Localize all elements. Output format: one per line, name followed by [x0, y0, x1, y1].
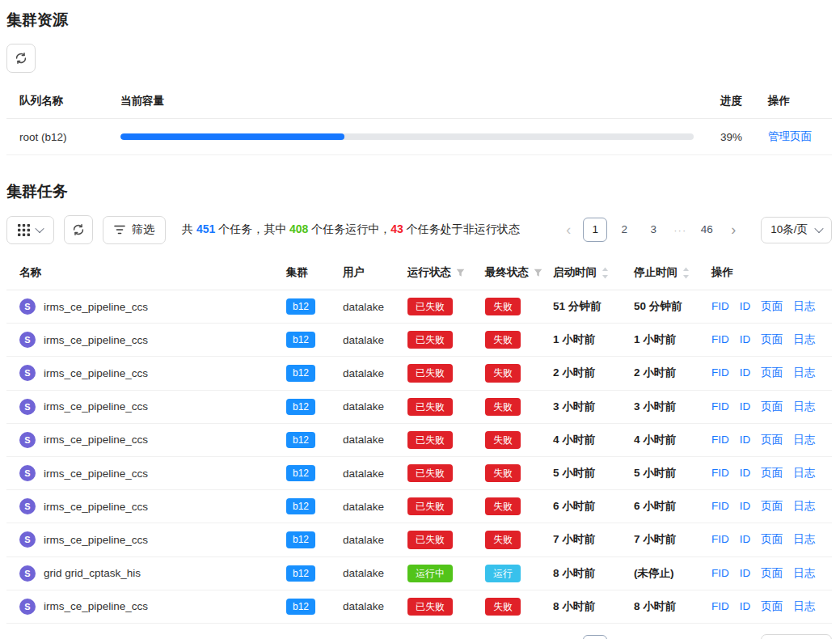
page-button-1[interactable]: 1 — [583, 218, 607, 242]
run-status-badge: 已失败 — [407, 431, 453, 449]
action-link-页面[interactable]: 页面 — [761, 333, 783, 345]
action-link-页面[interactable]: 页面 — [761, 567, 783, 579]
page-button-3[interactable]: 3 — [641, 218, 665, 242]
task-name: irms_ce_pipeline_ccs — [44, 301, 148, 313]
action-link-id[interactable]: ID — [740, 400, 751, 413]
action-link-fid[interactable]: FID — [711, 300, 729, 312]
action-link-页面[interactable]: 页面 — [761, 400, 783, 413]
cluster-badge: b12 — [286, 531, 315, 548]
task-actions: FIDID页面日志 — [699, 423, 832, 456]
progress-value: 39% — [707, 119, 755, 155]
page-button-3[interactable]: 3 — [641, 635, 665, 639]
col-start-time[interactable]: 启动时间 — [540, 256, 621, 290]
action-link-id[interactable]: ID — [740, 500, 751, 512]
task-user: datalake — [330, 357, 395, 390]
action-link-页面[interactable]: 页面 — [761, 366, 783, 379]
action-link-fid[interactable]: FID — [711, 333, 729, 345]
action-link-日志[interactable]: 日志 — [793, 300, 815, 312]
action-link-fid[interactable]: FID — [711, 400, 729, 413]
page: 集群资源 队列名称 当前容量 进度 操作 root (b12) — [0, 0, 840, 639]
filter-button[interactable]: 筛选 — [103, 216, 166, 244]
action-link-日志[interactable]: 日志 — [793, 434, 815, 446]
action-link-fid[interactable]: FID — [711, 567, 729, 579]
action-link-页面[interactable]: 页面 — [761, 434, 783, 446]
col-final-status[interactable]: 最终状态 — [472, 256, 540, 290]
chevron-down-icon — [814, 224, 823, 233]
page-last[interactable]: 46 — [694, 218, 719, 242]
start-time: 2 小时前 — [540, 357, 621, 390]
action-link-页面[interactable]: 页面 — [761, 533, 783, 545]
sorter-icon[interactable] — [682, 267, 690, 279]
cluster-badge: b12 — [286, 465, 315, 481]
task-actions: FIDID页面日志 — [699, 523, 832, 556]
action-link-id[interactable]: ID — [740, 600, 751, 612]
resources-refresh-button[interactable] — [6, 44, 36, 73]
page-last[interactable]: 46 — [694, 635, 719, 639]
grid-view-dropdown-button[interactable] — [6, 216, 54, 244]
tasks-refresh-button[interactable] — [64, 215, 93, 244]
action-link-日志[interactable]: 日志 — [793, 600, 815, 612]
action-link-fid[interactable]: FID — [711, 533, 729, 545]
action-link-页面[interactable]: 页面 — [761, 600, 783, 612]
action-link-日志[interactable]: 日志 — [793, 400, 815, 413]
sorter-icon[interactable] — [602, 267, 609, 279]
resource-row: root (b12) 39% 管理页面 — [6, 119, 832, 155]
action-link-fid[interactable]: FID — [711, 600, 729, 612]
action-link-id[interactable]: ID — [740, 567, 751, 579]
task-user: datalake — [330, 423, 395, 456]
col-run-status[interactable]: 运行状态 — [395, 256, 472, 290]
stop-time: 50 分钟前 — [621, 290, 699, 324]
task-row: S irms_ce_pipeline_ccs b12 datalake 已失败 … — [6, 490, 832, 523]
task-actions: FIDID页面日志 — [699, 590, 832, 623]
run-status-badge: 已失败 — [407, 364, 453, 382]
action-link-页面[interactable]: 页面 — [761, 300, 783, 312]
manage-page-link[interactable]: 管理页面 — [768, 130, 812, 142]
page-size-select[interactable]: 10条/页 — [761, 217, 832, 243]
action-link-fid[interactable]: FID — [711, 500, 729, 512]
action-link-页面[interactable]: 页面 — [761, 500, 783, 512]
final-status-badge: 失败 — [485, 298, 521, 315]
next-page-button[interactable]: › — [724, 222, 743, 237]
action-link-id[interactable]: ID — [740, 333, 751, 345]
prev-page-button[interactable]: ‹ — [559, 222, 578, 237]
task-row: S irms_ce_pipeline_ccs b12 datalake 已失败 … — [6, 390, 832, 423]
spark-avatar-icon: S — [19, 432, 36, 448]
page-button-2[interactable]: 2 — [612, 218, 636, 242]
col-cluster: 集群 — [273, 256, 330, 290]
action-link-页面[interactable]: 页面 — [761, 467, 783, 479]
task-name: irms_ce_pipeline_ccs — [44, 334, 148, 346]
action-link-fid[interactable]: FID — [711, 366, 729, 379]
action-link-fid[interactable]: FID — [711, 434, 729, 446]
run-status-badge: 已失败 — [407, 398, 453, 416]
page-size-select[interactable]: 10条/页 — [761, 634, 832, 639]
run-status-badge: 已失败 — [407, 497, 453, 515]
stop-time: 5 小时前 — [621, 456, 699, 489]
start-time: 8 小时前 — [540, 590, 621, 623]
task-actions: FIDID页面日志 — [699, 290, 832, 324]
start-time: 5 小时前 — [540, 456, 621, 489]
filter-funnel-icon[interactable] — [456, 269, 465, 277]
action-link-日志[interactable]: 日志 — [793, 533, 815, 545]
action-link-日志[interactable]: 日志 — [793, 467, 815, 479]
action-link-fid[interactable]: FID — [711, 467, 729, 479]
action-link-id[interactable]: ID — [740, 366, 751, 379]
stop-time: 1 小时前 — [621, 324, 699, 357]
page-button-1[interactable]: 1 — [583, 635, 607, 639]
action-link-日志[interactable]: 日志 — [793, 333, 815, 345]
action-link-id[interactable]: ID — [740, 300, 751, 312]
summary-text: 共 — [182, 222, 196, 235]
action-link-日志[interactable]: 日志 — [793, 567, 815, 579]
col-progress: 进度 — [707, 84, 755, 119]
task-user: datalake — [330, 456, 395, 489]
task-summary: 共 451 个任务，其中 408 个任务运行中，43 个任务处于非运行状态 — [182, 222, 520, 237]
action-link-id[interactable]: ID — [740, 434, 751, 446]
filter-funnel-icon[interactable] — [534, 269, 542, 277]
action-link-id[interactable]: ID — [740, 467, 751, 479]
col-stop-time[interactable]: 停止时间 — [621, 256, 699, 290]
action-link-id[interactable]: ID — [740, 533, 751, 545]
page-button-2[interactable]: 2 — [612, 635, 636, 639]
task-name: irms_ce_pipeline_ccs — [44, 534, 148, 546]
page-ellipsis[interactable]: ··· — [670, 224, 690, 236]
action-link-日志[interactable]: 日志 — [793, 500, 815, 512]
action-link-日志[interactable]: 日志 — [793, 366, 815, 379]
